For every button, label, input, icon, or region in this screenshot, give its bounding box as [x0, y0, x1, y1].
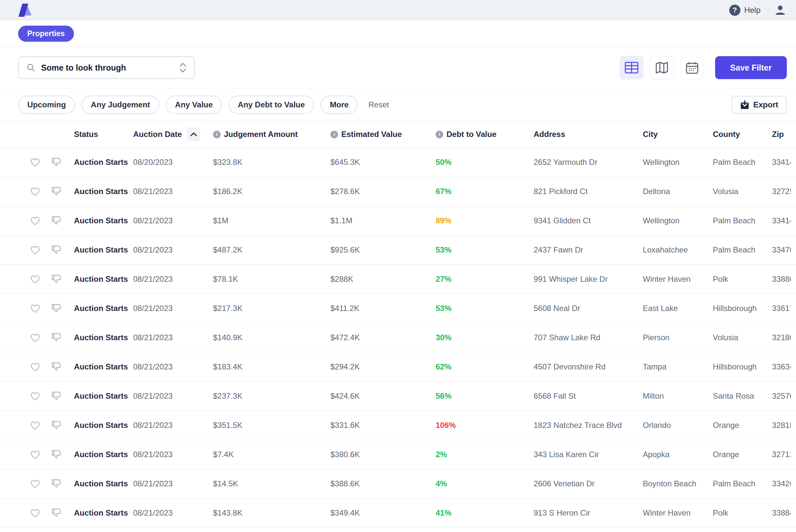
row-actions: [18, 420, 74, 430]
cell-estimated-value: $380.6K: [330, 450, 436, 459]
cell-address: 6568 Fall St: [533, 392, 643, 401]
table-row[interactable]: Auction Starts08/21/2023$1M$1.1M89%9341 …: [0, 206, 796, 235]
calendar-view-icon: [686, 61, 699, 74]
table-row[interactable]: Auction Starts08/21/2023$186.2K$278.6K67…: [0, 177, 796, 206]
table-row[interactable]: Auction Starts08/21/2023$140.9K$472.4K30…: [0, 323, 796, 352]
dislike-thumbs-down-icon[interactable]: [51, 187, 61, 196]
dislike-thumbs-down-icon[interactable]: [51, 391, 61, 401]
cell-status: Auction Starts: [74, 333, 133, 342]
table-row[interactable]: Auction Starts08/21/2023$143.8K$349.4K41…: [0, 498, 796, 527]
cell-status: Auction Starts: [74, 479, 133, 488]
col-header-auction-date[interactable]: Auction Date: [133, 128, 213, 141]
favorite-heart-icon[interactable]: [30, 187, 40, 196]
dislike-thumbs-down-icon[interactable]: [51, 216, 61, 226]
table-view-button[interactable]: [620, 56, 644, 79]
table-row[interactable]: Auction Starts08/21/2023$237.3K$424.6K56…: [0, 381, 796, 411]
table-row[interactable]: Auction Starts08/21/2023$78.1K$288K27%99…: [0, 264, 796, 293]
app-logo[interactable]: [15, 2, 32, 19]
table-row[interactable]: Auction Starts08/21/2023$183.4K$294.2K62…: [0, 352, 796, 381]
filter-chip-more[interactable]: More: [321, 96, 358, 114]
table-view-icon: [625, 62, 638, 74]
dislike-thumbs-down-icon[interactable]: [51, 479, 61, 489]
dislike-thumbs-down-icon[interactable]: [51, 508, 61, 518]
favorite-heart-icon[interactable]: [30, 274, 40, 284]
table-row[interactable]: Auction Starts08/21/2023$7.4K$380.6K2%34…: [0, 440, 796, 469]
cell-zip: 32712: [772, 450, 791, 459]
cell-debt-to-value: 4%: [436, 479, 533, 488]
table-row[interactable]: Auction Starts08/20/2023$323.8K$645.3K50…: [0, 148, 796, 177]
favorite-heart-icon[interactable]: [30, 216, 40, 226]
table-row[interactable]: Auction Starts08/21/2023$14.5K$388.6K4%2…: [0, 469, 796, 498]
cell-auction-date: 08/21/2023: [133, 479, 213, 488]
saved-search-select[interactable]: Some to look through: [18, 56, 195, 79]
favorite-heart-icon[interactable]: [30, 450, 40, 459]
cell-city: Boynton Beach: [643, 479, 713, 488]
dislike-thumbs-down-icon[interactable]: [51, 274, 61, 284]
table-row[interactable]: Auction Starts08/21/2023$351.5K$331.6K10…: [0, 411, 796, 440]
filter-chip-upcoming[interactable]: Upcoming: [18, 96, 75, 114]
cell-status: Auction Starts: [74, 421, 133, 430]
avatar[interactable]: [774, 4, 787, 17]
cell-county: Hillsborough: [713, 362, 772, 372]
favorite-heart-icon[interactable]: [30, 362, 40, 372]
table-row[interactable]: Auction Starts08/21/2023$487.2K$925.6K53…: [0, 235, 796, 264]
info-icon[interactable]: i: [330, 131, 338, 138]
cell-county: Hillsborough: [713, 304, 772, 313]
col-header-city[interactable]: City: [643, 130, 713, 139]
favorite-heart-icon[interactable]: [30, 332, 40, 343]
export-button[interactable]: Export: [731, 96, 787, 114]
dislike-thumbs-down-icon[interactable]: [51, 420, 61, 430]
cell-address: 821 Pickford Ct: [533, 187, 643, 196]
sort-asc-indicator[interactable]: [187, 128, 200, 141]
col-header-debt-to-value[interactable]: i Debt to Value: [436, 130, 533, 139]
filter-chip-judgement[interactable]: Any Judgement: [82, 96, 159, 114]
col-header-zip[interactable]: Zip: [772, 130, 791, 139]
dislike-thumbs-down-icon[interactable]: [51, 450, 61, 459]
favorite-heart-icon[interactable]: [30, 508, 40, 518]
cell-debt-to-value: 50%: [436, 158, 533, 167]
favorite-heart-icon[interactable]: [30, 157, 40, 167]
dislike-thumbs-down-icon[interactable]: [51, 362, 61, 372]
map-view-button[interactable]: [650, 56, 674, 79]
cell-city: East Lake: [643, 304, 713, 313]
help-label: Help: [744, 5, 760, 15]
favorite-heart-icon[interactable]: [30, 303, 40, 313]
save-filter-button[interactable]: Save Filter: [715, 56, 787, 79]
col-header-county[interactable]: County: [713, 130, 772, 139]
favorite-heart-icon[interactable]: [30, 245, 40, 255]
cell-estimated-value: $645.3K: [330, 158, 436, 167]
info-icon[interactable]: i: [436, 131, 443, 138]
filter-chip-value[interactable]: Any Value: [166, 96, 222, 114]
cell-city: Tampa: [643, 362, 713, 372]
cell-zip: 32725: [772, 187, 791, 196]
top-bar: ? Help: [0, 0, 796, 20]
cell-county: Santa Rosa: [713, 392, 772, 401]
info-icon[interactable]: i: [213, 131, 221, 138]
favorite-heart-icon[interactable]: [30, 391, 40, 401]
reset-filters-link[interactable]: Reset: [368, 100, 389, 109]
favorite-heart-icon[interactable]: [30, 420, 40, 430]
favorite-heart-icon[interactable]: [30, 479, 40, 489]
cell-debt-to-value: 106%: [436, 421, 533, 430]
col-header-judgement-amount[interactable]: i Judgement Amount: [213, 130, 330, 139]
row-actions: [18, 157, 74, 167]
col-header-estimated-value[interactable]: i Estimated Value: [330, 130, 436, 139]
dislike-thumbs-down-icon[interactable]: [51, 245, 61, 255]
cell-estimated-value: $472.4K: [330, 333, 436, 342]
dislike-thumbs-down-icon[interactable]: [51, 157, 61, 167]
table-row[interactable]: Auction Starts08/21/2023$217.3K$411.2K53…: [0, 293, 796, 323]
cell-address: 991 Whisper Lake Dr: [533, 274, 643, 284]
col-header-status[interactable]: Status: [74, 130, 133, 139]
calendar-view-button[interactable]: [680, 56, 704, 79]
export-label: Export: [753, 100, 778, 109]
cell-county: Orange: [713, 421, 772, 430]
help-button[interactable]: ? Help: [729, 5, 760, 16]
col-header-address[interactable]: Address: [533, 130, 643, 139]
row-actions: [18, 216, 74, 226]
filter-chip-debt-to-value[interactable]: Any Debt to Value: [229, 96, 314, 114]
cell-county: Volusia: [713, 187, 772, 196]
dislike-thumbs-down-icon[interactable]: [51, 332, 61, 343]
dislike-thumbs-down-icon[interactable]: [51, 303, 61, 313]
tab-properties[interactable]: Properties: [18, 25, 74, 42]
cell-debt-to-value: 30%: [436, 333, 533, 342]
